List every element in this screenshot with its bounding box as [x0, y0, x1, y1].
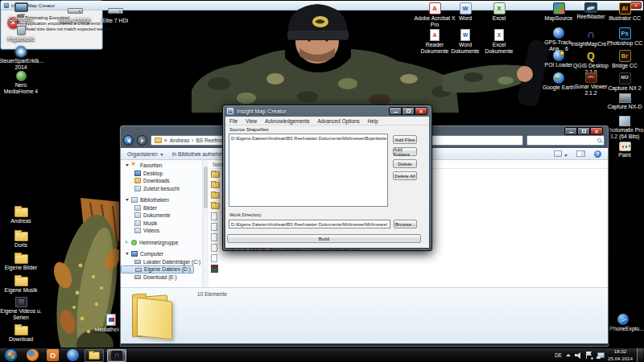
expander-icon[interactable] [126, 199, 129, 201]
taskbar-outlook-button[interactable]: O [47, 349, 59, 361]
taskbar-firefox-button[interactable] [27, 349, 39, 361]
nav-homegroup[interactable]: Heimnetzgruppe [121, 239, 202, 247]
menu-view[interactable]: View [242, 118, 261, 124]
nav-computer[interactable]: Computer [121, 250, 202, 258]
expander-icon[interactable] [126, 164, 129, 167]
nav-videos[interactable]: Videos [121, 227, 202, 235]
browse-button[interactable]: Browse... [394, 220, 417, 228]
views-button[interactable] [554, 150, 568, 158]
desktop-icon-illustrator[interactable]: AiIllustrator CC [604, 2, 644, 22]
forward-button[interactable] [137, 135, 147, 146]
desktop-icon-excel[interactable]: XExcel [478, 2, 520, 22]
desktop-icon-eigene-videos[interactable]: Eigene Videos u. Serien [0, 297, 42, 321]
taskbar-imc-button[interactable]: ∩ [107, 349, 126, 362]
desktop-icon-nikon-d7000[interactable]: Nikon D7000 [53, 3, 97, 24]
alert-dot-icon [591, 357, 594, 360]
nav-libraries[interactable]: Bibliotheken [121, 196, 202, 204]
nav-desktop[interactable]: Desktop [121, 170, 202, 178]
back-button[interactable] [123, 135, 134, 146]
build-button[interactable]: Build [227, 234, 421, 243]
desktop-icon-computer[interactable]: Computer [0, 2, 42, 23]
nav-label: Zuletzt besucht [143, 186, 180, 191]
add-files-button[interactable]: Add Files [393, 135, 417, 144]
menu-advanced-options[interactable]: Advanced Options [313, 118, 363, 124]
menu-help[interactable]: Help [364, 118, 382, 124]
menu-acknowledgements[interactable]: Acknowledgements [261, 118, 313, 124]
desktop-icon-photoshop[interactable]: PsPhotoshop CC [604, 27, 644, 47]
desktop-icon-paint[interactable]: Paint [604, 142, 644, 158]
desktop-icon-eigene-musik[interactable]: Eigene Musik [0, 274, 42, 294]
start-button[interactable] [4, 348, 18, 362]
close-button[interactable]: × [590, 127, 603, 135]
maximize-button[interactable] [402, 107, 415, 115]
file-row[interactable] [209, 253, 608, 263]
maximize-button[interactable] [577, 127, 590, 135]
nav-favorites[interactable]: Favoriten [121, 162, 202, 170]
search-icon [597, 138, 601, 142]
language-indicator[interactable]: DE [555, 352, 562, 358]
folder-icon [155, 138, 162, 143]
taskbar-explorer-button[interactable] [85, 349, 104, 362]
desktop-icon-elite7hdi[interactable]: Elite 7 HDI [95, 3, 135, 24]
shapefile-listbox[interactable]: D:\Eigene Dateien\Andreas\BS Reefmaster … [229, 134, 388, 207]
nav-downloads[interactable]: Downloads [121, 177, 202, 185]
nav-pictures[interactable]: Bilder [121, 204, 202, 212]
desktop-icon-myphoneexplorer[interactable]: MyPhoneExplo... [604, 314, 642, 332]
nav-drive-c[interactable]: Lokaler Datenträger (C:) [121, 258, 202, 266]
icon-label: Illustrator CC [609, 15, 641, 22]
mapsource-icon [553, 2, 565, 14]
folder-icon [211, 171, 220, 178]
preview-pane-button[interactable] [576, 150, 585, 157]
nav-drive-d-selected[interactable]: Eigene Dateien (D:) [121, 265, 194, 274]
expander-icon[interactable] [126, 253, 129, 255]
desktop-icon-capture-nx2[interactable]: NX2Capture NX 2 [604, 72, 644, 92]
delete-button[interactable]: Delete [393, 159, 417, 168]
show-desktop-button[interactable] [637, 348, 643, 362]
nav-scrollbar[interactable] [202, 160, 208, 289]
nav-label: Bilder [143, 205, 157, 211]
expander-icon[interactable] [126, 241, 128, 244]
action-center-icon[interactable] [586, 352, 592, 359]
breadcrumb-prefix[interactable]: « [164, 138, 167, 143]
desktop-icon-excel-dokumente[interactable]: XExcel Dokumente [478, 29, 520, 55]
work-directory-field[interactable]: D:\Eigene Dateien\Andreas\BS Reefmaster … [229, 220, 390, 228]
desktop-icon-andreas[interactable]: Andreas [0, 205, 42, 224]
desktop-icon-capture-nxd[interactable]: Capture NX-D [604, 93, 644, 110]
file-row[interactable] [209, 263, 608, 274]
desktop-icon-photomatix[interactable]: Photomatix Pro 3.2 (64 Bits) [604, 116, 644, 140]
help-button[interactable]: ? [594, 150, 601, 158]
nav-music[interactable]: Musik [121, 220, 202, 228]
globe-pin-icon [553, 50, 564, 61]
icon-label: Eigene Musik [5, 287, 38, 294]
organize-menu-button[interactable]: Organisieren [127, 151, 163, 157]
breadcrumb-andreas[interactable]: Andreas [170, 138, 190, 143]
desktop-icon-nero-mediahome[interactable]: Nero MediaHome 4 [0, 71, 42, 95]
desktop-icon-download[interactable]: Download [0, 323, 42, 343]
starburst-icon [15, 46, 27, 57]
close-button[interactable]: × [415, 107, 427, 115]
shapefile-path[interactable]: D:\Eigene Dateien\Andreas\BS Reefmaster … [231, 136, 388, 141]
desktop-icon-eigene-bilder[interactable]: Eigene Bilder [0, 252, 42, 271]
desktop-icon-bridge[interactable]: BrBridge CC [604, 50, 644, 69]
show-hidden-icons-button[interactable] [566, 354, 571, 356]
delete-all-button[interactable]: Delete All [393, 171, 417, 180]
desktop-icon-papierkorb[interactable]: Papierkorb [0, 24, 42, 43]
folder-icon [211, 182, 220, 188]
desktop-icon-doris[interactable]: Doris [0, 229, 42, 249]
minimize-button[interactable] [564, 127, 577, 135]
menu-file[interactable]: File [225, 118, 242, 124]
add-folders-button[interactable]: Add Folders [393, 147, 417, 156]
tray-clock[interactable]: 18:32 25.04.2014 [608, 348, 633, 361]
network-icon[interactable] [597, 352, 604, 359]
taskbar-google-earth-button[interactable] [67, 349, 79, 361]
nav-recent[interactable]: Zuletzt besucht [121, 185, 202, 193]
search-input[interactable] [526, 135, 605, 146]
document-icon [106, 314, 116, 326]
nav-drive-e[interactable]: Download (E:) [121, 274, 202, 282]
desktop-icon-steuersparerklaerung[interactable]: SteuerSparErklä... 2014 [0, 46, 42, 71]
item-count: 10 Elemente [197, 291, 227, 297]
volume-icon[interactable] [575, 352, 582, 359]
nav-documents[interactable]: Dokumente [121, 212, 202, 220]
minimize-button[interactable] [389, 107, 402, 115]
scrollbar-thumb[interactable] [204, 167, 208, 208]
